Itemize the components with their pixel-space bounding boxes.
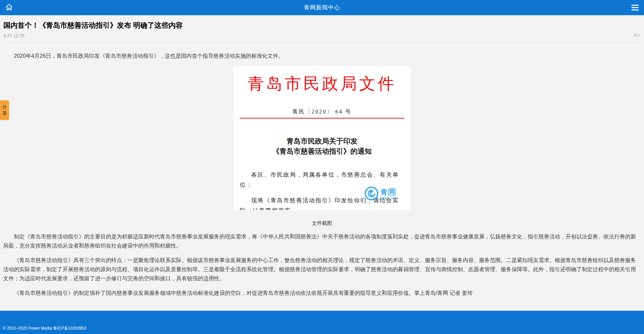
share-label-char: 分: [0, 104, 9, 110]
article-date: 4-27 12:26: [3, 33, 24, 38]
watermark-text: 青 网 qing5.com: [380, 188, 398, 200]
document-heading-line2: 《青岛市慈善活动指引》的通知: [234, 146, 410, 156]
article-body: 2020年4月26日，青岛市民政局印发《青岛市慈善活动指引》，这也是国内首个指导…: [0, 51, 644, 298]
document-red-rule: [240, 118, 404, 119]
figure-caption: 文件截图: [3, 220, 641, 227]
home-button[interactable]: [3, 2, 15, 14]
qingwang-spiral-logo-icon: [364, 186, 379, 202]
hamburger-menu-icon: [631, 5, 639, 10]
paragraph: 《青岛市慈善活动指引》的制定填补了国内慈善事业发展服务领域中慈善活动标准化建设的…: [3, 288, 641, 298]
site-title: 青网新闻中心: [304, 4, 340, 11]
document-heading-line1: 青岛市民政局关于印发: [234, 136, 410, 146]
watermark-url: qing5.com: [380, 196, 398, 200]
menu-button[interactable]: [629, 2, 641, 14]
document-figure: 青岛市民政局文件 青民〔2020〕 64 号 青岛市民政局关于印发 《青岛市慈善…: [3, 66, 641, 227]
paragraph: 2020年4月26日，青岛市民政局印发《青岛市慈善活动指引》，这也是国内首个指导…: [3, 51, 641, 60]
top-bar: 青网新闻中心: [0, 0, 644, 15]
share-label-char: 享: [0, 110, 9, 117]
document-number: 青民〔2020〕 64 号: [234, 108, 410, 115]
font-size-increase-button[interactable]: A+: [634, 32, 641, 39]
document-red-title: 青岛市民政局文件: [234, 73, 410, 95]
article-main: 2020年4月26日，青岛市民政局印发《青岛市慈善活动指引》，这也是国内首个指导…: [0, 43, 644, 311]
qingwang-watermark: 青 网 qing5.com: [364, 186, 398, 202]
watermark-name: 青 网: [380, 188, 396, 196]
copyright-text: © 2010~2020 Power Media 鲁ICP备10203953: [3, 326, 86, 331]
article-meta-row: 4-27 12:26 A+: [3, 32, 641, 39]
document-image: 青岛市民政局文件 青民〔2020〕 64 号 青岛市民政局关于印发 《青岛市慈善…: [234, 66, 410, 210]
home-icon: [5, 3, 13, 12]
share-button[interactable]: 分 享: [0, 100, 9, 120]
article-header: 国内首个！《青岛市慈善活动指引》发布 明确了这些内容 4-27 12:26 A+: [0, 15, 644, 43]
article-title: 国内首个！《青岛市慈善活动指引》发布 明确了这些内容: [3, 21, 641, 30]
paragraph: 《青岛市慈善活动指引》具有三个突出的特点：一是聚焦理论联系实际。根据该市慈善事业…: [3, 256, 641, 283]
paragraph: 制定《青岛市慈善活动指引》的主要目的是为积极适应新时代青岛市慈善事业发展服务的现…: [3, 232, 641, 250]
page-footer: © 2010~2020 Power Media 鲁ICP备10203953: [0, 311, 644, 334]
